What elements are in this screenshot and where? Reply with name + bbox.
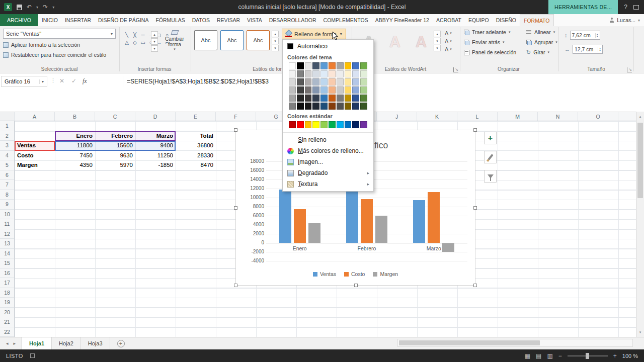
- cell-C4[interactable]: 9630: [95, 151, 135, 161]
- row-header-14[interactable]: 14: [0, 249, 14, 259]
- shape-icon[interactable]: ─: [139, 31, 147, 39]
- row-header-19[interactable]: 19: [0, 298, 14, 308]
- theme-variant-swatch[interactable]: [360, 70, 367, 77]
- row-header-5[interactable]: 5: [0, 160, 14, 170]
- theme-variant-swatch[interactable]: [305, 70, 312, 77]
- formula-text[interactable]: =SERIES(Hoja1!$A$3;Hoja1!$B$2:$D$2;Hoja1…: [127, 78, 269, 85]
- theme-variant-swatch[interactable]: [312, 95, 319, 102]
- cell-B4[interactable]: 7450: [55, 151, 95, 161]
- gallery-down-icon[interactable]: ▾: [272, 38, 279, 44]
- align-button[interactable]: Alinear ▾: [526, 29, 555, 35]
- menu-item-texture[interactable]: Textura ▸: [283, 178, 373, 190]
- ribbon-tab-inicio[interactable]: INICIO: [38, 14, 61, 26]
- theme-variant-swatch[interactable]: [320, 78, 328, 85]
- cell-B5[interactable]: 4350: [55, 160, 95, 170]
- shape-width-field[interactable]: 12,7 cm ▴▾: [573, 45, 603, 54]
- theme-color-swatch[interactable]: [360, 62, 367, 69]
- row-header-10[interactable]: 10: [0, 210, 14, 220]
- redo-icon[interactable]: ↷: [43, 4, 48, 10]
- menu-item-no-fill[interactable]: Sin relleno: [283, 134, 373, 145]
- theme-variant-swatch[interactable]: [289, 103, 296, 110]
- standard-color-swatch[interactable]: [329, 121, 336, 128]
- resize-handle[interactable]: [473, 128, 477, 132]
- standard-color-swatch[interactable]: [345, 121, 352, 128]
- customize-qat-icon[interactable]: ▾: [52, 5, 54, 10]
- row-header-11[interactable]: 11: [0, 219, 14, 229]
- theme-variant-swatch[interactable]: [320, 95, 328, 102]
- resize-handle[interactable]: [234, 206, 237, 210]
- zoom-slider[interactable]: [568, 355, 608, 356]
- gallery-up-icon[interactable]: ▴: [151, 31, 158, 38]
- chart-element-selector[interactable]: Serie "Ventas" ▾: [3, 29, 116, 39]
- bar-margen-enero[interactable]: [308, 223, 320, 243]
- send-backward-button[interactable]: Enviar atrás ▾: [464, 39, 505, 45]
- cell-E3[interactable]: 36800: [176, 141, 216, 151]
- cell-E5[interactable]: 8470: [176, 160, 216, 170]
- row-header-20[interactable]: 20: [0, 308, 14, 318]
- shape-icon[interactable]: ◇: [131, 39, 139, 46]
- gallery-more-icon[interactable]: ▾: [151, 45, 158, 52]
- theme-variant-swatch[interactable]: [289, 78, 296, 85]
- ribbon-tab-insertar[interactable]: INSERTAR: [61, 14, 95, 26]
- reset-style-button[interactable]: Restablecer para hacer coincidir el esti…: [3, 52, 106, 58]
- sheet-tab-hoja1[interactable]: Hoja1: [22, 337, 52, 349]
- theme-variant-swatch[interactable]: [360, 103, 367, 110]
- column-header-E[interactable]: E: [176, 112, 216, 121]
- theme-variant-swatch[interactable]: [329, 103, 336, 110]
- gallery-down-icon[interactable]: ▾: [151, 38, 158, 45]
- gallery-up-icon[interactable]: ▴: [272, 31, 279, 37]
- column-header-B[interactable]: B: [55, 112, 95, 121]
- legend-item-costo[interactable]: Costo: [344, 271, 365, 277]
- bar-ventas-enero[interactable]: [279, 190, 291, 243]
- ribbon-tab-vista[interactable]: VISTA: [244, 14, 266, 26]
- standard-color-swatch[interactable]: [360, 121, 367, 128]
- theme-variant-swatch[interactable]: [297, 103, 304, 110]
- column-header-F[interactable]: F: [216, 112, 256, 121]
- theme-variant-swatch[interactable]: [312, 103, 319, 110]
- theme-variant-swatch[interactable]: [289, 95, 296, 102]
- bar-margen-marzo[interactable]: [442, 243, 454, 252]
- name-box[interactable]: Gráfico 16 ▾: [1, 76, 47, 87]
- theme-variant-swatch[interactable]: [329, 86, 336, 94]
- theme-variant-swatch[interactable]: [345, 95, 352, 102]
- row-header-1[interactable]: 1: [0, 121, 14, 131]
- ribbon-tab-acrobat[interactable]: ACROBAT: [433, 14, 465, 26]
- page-layout-view-icon[interactable]: ▤: [536, 352, 541, 359]
- shape-icon[interactable]: ▭: [139, 39, 147, 46]
- theme-variant-swatch[interactable]: [312, 70, 319, 77]
- theme-variant-swatch[interactable]: [297, 95, 304, 102]
- wordart-style-sample-2[interactable]: A: [384, 29, 406, 55]
- menu-item-automatic[interactable]: Automático: [283, 41, 373, 52]
- ribbon-tab-diseño-de-página[interactable]: DISEÑO DE PÁGINA: [95, 14, 152, 26]
- scroll-down-icon[interactable]: ▾: [636, 328, 644, 336]
- column-header-C[interactable]: C: [95, 112, 135, 121]
- ribbon-tab-diseño[interactable]: DISEÑO: [493, 14, 520, 26]
- column-header-D[interactable]: D: [135, 112, 176, 121]
- column-header-O[interactable]: O: [578, 112, 618, 121]
- column-header-J[interactable]: J: [377, 112, 417, 121]
- text-fill-button[interactable]: A▾: [445, 30, 452, 36]
- theme-variant-swatch[interactable]: [305, 103, 312, 110]
- cell-E2[interactable]: Total: [176, 131, 216, 141]
- row-header-13[interactable]: 13: [0, 239, 14, 249]
- theme-variant-swatch[interactable]: [329, 78, 336, 85]
- save-icon[interactable]: [17, 5, 22, 10]
- cell-A5[interactable]: Margen: [15, 160, 55, 170]
- resize-handle[interactable]: [234, 128, 237, 132]
- wordart-style-sample-3[interactable]: A: [411, 29, 432, 55]
- theme-variant-swatch[interactable]: [297, 70, 304, 77]
- theme-variant-swatch[interactable]: [352, 70, 359, 77]
- theme-variant-swatch[interactable]: [337, 86, 344, 94]
- text-effects-button[interactable]: A▾: [445, 46, 452, 52]
- standard-color-swatch[interactable]: [312, 121, 319, 128]
- gallery-more-icon[interactable]: ▾: [272, 45, 279, 51]
- theme-variant-swatch[interactable]: [337, 95, 344, 102]
- gallery-down-icon[interactable]: ▾: [434, 38, 441, 44]
- theme-variant-swatch[interactable]: [345, 86, 352, 94]
- bar-costo-marzo[interactable]: [428, 192, 440, 243]
- theme-variant-swatch[interactable]: [289, 86, 296, 94]
- formula-bar-handle[interactable]: ⋮: [50, 77, 56, 84]
- menu-item-picture[interactable]: Imagen...: [283, 156, 373, 167]
- cell-A4[interactable]: Costo: [15, 151, 55, 161]
- row-header-4[interactable]: 4: [0, 151, 14, 161]
